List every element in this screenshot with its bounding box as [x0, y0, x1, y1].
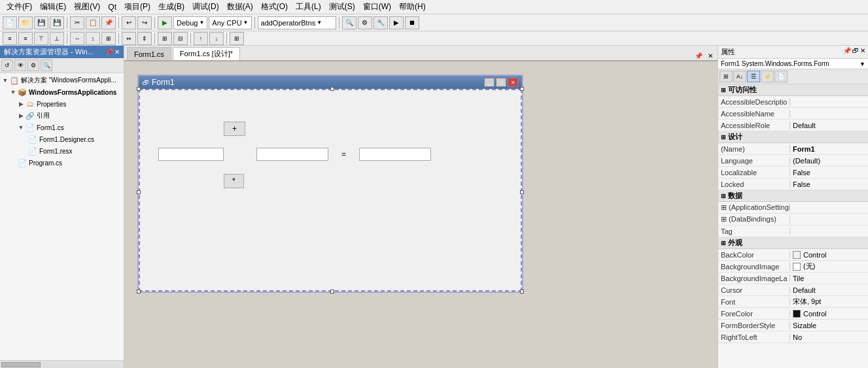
tab-form1cs[interactable]: Form1.cs	[127, 47, 171, 60]
prop-forecolor-value[interactable]: Control	[790, 310, 868, 318]
prop-object-arrow[interactable]: ▼	[859, 61, 865, 67]
form1-close-btn[interactable]: ✕	[508, 78, 518, 87]
prop-bgimagela-value[interactable]: Tile	[790, 275, 868, 282]
prop-row-forecolor[interactable]: ForeColor Control	[718, 308, 868, 320]
tree-item-solution[interactable]: ▼ 📋 解决方案 "WindowsFormsAppli...	[1, 75, 122, 86]
tb-align-left[interactable]: ≡	[3, 32, 17, 45]
menu-help[interactable]: 帮助(H)	[395, 0, 430, 14]
prop-row-backcolor[interactable]: BackColor Control	[718, 249, 868, 261]
tb-same-height[interactable]: ↕	[86, 32, 100, 45]
tb-save-all[interactable]: 💾	[50, 16, 64, 29]
prop-row-databindings[interactable]: ⊞ (DataBindings)	[718, 214, 868, 226]
prop-pin-icon[interactable]: 📌	[843, 47, 851, 57]
menu-view[interactable]: 视图(V)	[70, 0, 104, 14]
prop-language-value[interactable]: (Default)	[790, 157, 868, 165]
tb-order-back[interactable]: ↓	[209, 32, 224, 45]
tree-item-form1cs[interactable]: ▼ 📄 Form1.cs	[1, 122, 122, 133]
tb-center-v[interactable]: ⊟	[173, 32, 188, 45]
menu-window[interactable]: 窗口(W)	[359, 0, 395, 14]
handle-tr[interactable]	[520, 87, 524, 91]
pin-icon[interactable]: 📌	[105, 48, 113, 56]
prop-cat-design[interactable]: ⊞ 设计	[718, 131, 868, 143]
project-dropdown[interactable]: addOperatorBtns ▼	[258, 16, 336, 29]
tree-item-project[interactable]: ▼ 📦 WindowsFormsApplications	[1, 86, 122, 98]
menu-test[interactable]: 测试(S)	[325, 0, 359, 14]
btn-plus[interactable]: +	[224, 122, 245, 136]
tb-open[interactable]: 📁	[18, 16, 33, 29]
menu-data[interactable]: 数据(A)	[223, 0, 257, 14]
prop-row-righttoleft[interactable]: RightToLeft No	[718, 331, 868, 343]
menu-file[interactable]: 文件(F)	[3, 0, 36, 14]
menu-format[interactable]: 格式(O)	[257, 0, 292, 14]
prop-accessible-role-value[interactable]: Default	[790, 122, 868, 129]
solution-tb-props[interactable]: ⚙	[27, 59, 39, 71]
prop-font-value[interactable]: 宋体, 9pt	[790, 297, 868, 307]
tb-same-size[interactable]: ⊞	[101, 32, 116, 45]
solution-scrollbar-thumb[interactable]	[1, 362, 41, 367]
textbox1[interactable]	[158, 148, 224, 161]
prop-cat-data[interactable]: ⊞ 数据	[718, 190, 868, 202]
prop-cursor-value[interactable]: Default	[790, 286, 868, 294]
prop-righttoleft-value[interactable]: No	[790, 333, 868, 341]
tb-extra3[interactable]: 🔧	[373, 16, 388, 29]
handle-tl[interactable]	[137, 87, 141, 91]
tb-copy[interactable]: 📋	[86, 16, 100, 29]
tree-item-form1resx[interactable]: 📄 Form1.resx	[1, 145, 122, 157]
prop-row-bgimage[interactable]: BackgroundImage (无)	[718, 261, 868, 273]
tb-align-bottom[interactable]: ⊥	[50, 32, 64, 45]
tb-align-top[interactable]: ⊤	[34, 32, 48, 45]
tab-pin-icon[interactable]: 📌	[693, 52, 704, 60]
prop-localizable-value[interactable]: False	[790, 169, 868, 176]
tree-item-programcs[interactable]: 📄 Program.cs	[1, 157, 122, 169]
tb-hspace[interactable]: ⇔	[122, 32, 136, 45]
tb-save[interactable]: 💾	[34, 16, 48, 29]
prop-row-name[interactable]: (Name) Form1	[718, 143, 868, 155]
tab-form1cs-design[interactable]: Form1.cs [设计]*	[173, 47, 240, 60]
tb-undo[interactable]: ↩	[122, 16, 136, 29]
tree-item-properties[interactable]: ▶ 🗂 Properties	[1, 98, 122, 110]
tb-new[interactable]: 📄	[3, 16, 17, 29]
menu-debug[interactable]: 调试(D)	[188, 0, 223, 14]
handle-tm[interactable]	[330, 87, 334, 91]
form1-maximize-btn[interactable]: □	[496, 78, 506, 87]
tb-cut[interactable]: ✂	[70, 16, 84, 29]
tb-order-front[interactable]: ↑	[194, 32, 208, 45]
prop-formborderstyle-value[interactable]: Sizable	[790, 322, 868, 329]
menu-qt[interactable]: Qt	[104, 1, 120, 13]
tb-extra4[interactable]: ▶	[389, 16, 404, 29]
textbox3[interactable]	[359, 148, 431, 161]
form1-minimize-btn[interactable]: _	[484, 78, 495, 87]
handle-bl[interactable]	[137, 290, 141, 293]
handle-mr[interactable]	[520, 190, 524, 194]
tb-vspace[interactable]: ⇕	[137, 32, 152, 45]
menu-build[interactable]: 生成(B)	[154, 0, 188, 14]
prop-cat-accessibility[interactable]: ⊞ 可访问性	[718, 84, 868, 96]
tb-paste[interactable]: 📌	[101, 16, 116, 29]
tree-item-refs[interactable]: ▶ 🔗 引用	[1, 110, 122, 122]
prop-row-accessible-name[interactable]: AccessibleName	[718, 108, 868, 120]
prop-props-btn[interactable]: ☰	[747, 71, 760, 82]
tb-align-right[interactable]: ≡	[18, 32, 33, 45]
handle-bm[interactable]	[330, 290, 334, 293]
textbox2[interactable]	[256, 148, 328, 161]
tree-item-form1designer[interactable]: 📄 Form1.Designer.cs	[1, 133, 122, 145]
prop-close-icon[interactable]: ✕	[860, 47, 865, 57]
prop-row-font[interactable]: Font 宋体, 9pt	[718, 296, 868, 308]
tb-grid[interactable]: ⊞	[230, 32, 244, 45]
debug-dropdown[interactable]: Debug ▼	[173, 16, 207, 29]
prop-events-btn[interactable]: ⚡	[761, 71, 774, 82]
prop-categorized-btn[interactable]: ⊞	[720, 71, 733, 82]
prop-row-localizable[interactable]: Localizable False	[718, 167, 868, 178]
tab-close-icon[interactable]: ✕	[706, 52, 715, 60]
cpu-dropdown[interactable]: Any CPU ▼	[209, 16, 251, 29]
handle-ml[interactable]	[137, 190, 141, 194]
prop-bgimage-value[interactable]: (无)	[790, 261, 868, 271]
form1-body[interactable]: + = *	[139, 89, 522, 292]
prop-locked-value[interactable]: False	[790, 180, 868, 188]
tb-same-width[interactable]: ↔	[70, 32, 84, 45]
solution-tb-sync[interactable]: ↺	[1, 59, 13, 71]
handle-br[interactable]	[520, 290, 524, 293]
solution-tb-show-all[interactable]: 👁	[14, 59, 26, 71]
prop-row-cursor[interactable]: Cursor Default	[718, 284, 868, 296]
tb-center-h[interactable]: ⊞	[158, 32, 172, 45]
